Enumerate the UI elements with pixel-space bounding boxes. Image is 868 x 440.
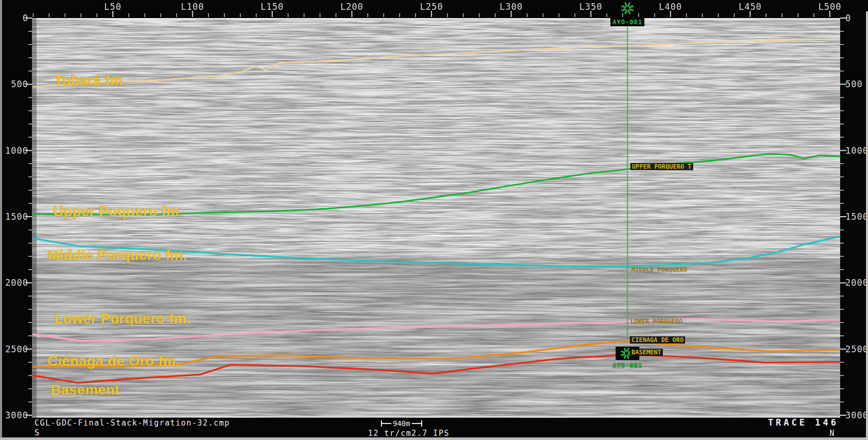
formation-label-upper-poquero-fm: Upper Poquero fm. — [53, 203, 183, 220]
y-axis-tick-label-right-2000: 2000 — [845, 278, 868, 288]
horizon-tag-middle-porquero: MIDDLE PORQUERO — [631, 266, 687, 273]
scale-length-label: 940m — [393, 419, 410, 428]
y-axis-tick-label-left-2500: 2500 — [2, 344, 28, 354]
x-axis-tick-label-l100: L100 — [181, 2, 204, 12]
y-axis-tick-label-left-1500: 1500 — [2, 211, 28, 222]
y-axis-tick-label-left-3000: 3000 — [2, 410, 28, 420]
y-axis-tick-label-left-500: 500 — [2, 79, 28, 89]
horizon-tag-upper-porquero-t: UPPER PORQUERO T — [630, 163, 693, 170]
image-border-left — [0, 0, 2, 440]
well-name-label-top: AYO-001 — [611, 18, 645, 26]
image-border-right — [866, 11, 868, 440]
x-axis-tick-label-l200: L200 — [340, 2, 363, 12]
section-filename-label: CGL-GDC-Final-Stack-Migration-32.cmp — [35, 418, 230, 428]
scale-bar-right-cap — [421, 420, 422, 427]
north-direction-label: N — [829, 429, 835, 438]
x-axis-tick-label-l500: L500 — [818, 2, 841, 12]
x-axis-tick-label-l400: L400 — [659, 2, 682, 12]
y-axis-tick-label-right-3000: 3000 — [845, 410, 868, 420]
plot-parameters-label: 12 tr/cm2.7 IPS — [368, 429, 449, 438]
horizon-tag-cienaga-de-oro: CIENAGA DE ORO — [630, 336, 685, 344]
x-axis-tick-label-l350: L350 — [579, 2, 603, 12]
y-axis-tick-label-left-2000: 2000 — [2, 278, 28, 288]
formation-label-middle-porquero-fm: Middle Porquero fm. — [47, 247, 187, 264]
y-axis-tick-label-left-1000: 1000 — [2, 145, 28, 156]
scale-bar-right-line — [412, 423, 421, 424]
x-axis-tick-label-l300: L300 — [499, 2, 523, 12]
y-axis-tick-label-right-500: 500 — [845, 79, 863, 89]
image-border-bottom — [0, 437, 868, 440]
horizon-tag-lower-porquero: LOWER PORQUERO — [630, 318, 682, 325]
scale-bar-left-line — [382, 423, 391, 424]
well-name-label-bottom: AYO-001 — [611, 362, 645, 370]
formation-label-ci-naga-de-oro-fm: Ciénaga de Oro fm. — [47, 353, 180, 369]
y-axis-tick-label-right-1000: 1000 — [845, 145, 868, 156]
formation-label-lower-porquero-fm: Lower Porquero fm. — [54, 311, 190, 327]
trace-count-label: TRACE 146 — [768, 417, 839, 428]
formation-label-tubar-fm: Tubará fm — [54, 72, 123, 89]
y-axis-tick-label-right-0: 0 — [845, 13, 851, 23]
south-direction-label: S — [35, 428, 40, 437]
horizon-tag-basement: BASEMENT — [630, 349, 663, 356]
y-axis-tick-label-right-2500: 2500 — [845, 344, 868, 354]
seismic-section-figure: L50L100L150L200L250L300L350L400L450L5000… — [0, 0, 868, 440]
x-axis-tick-label-l50: L50 — [104, 2, 122, 12]
seismic-plot-canvas — [0, 0, 868, 440]
y-axis-tick-label-right-1500: 1500 — [845, 211, 868, 222]
y-axis-tick-label-left-0: 0 — [2, 13, 28, 23]
scale-bar: 940m — [381, 419, 422, 428]
x-axis-tick-label-l250: L250 — [420, 2, 443, 12]
wellhead-icon — [622, 3, 632, 13]
x-axis-tick-label-l450: L450 — [739, 2, 762, 12]
formation-label-basement: Basement — [51, 382, 120, 398]
x-axis-tick-label-l150: L150 — [261, 2, 284, 12]
